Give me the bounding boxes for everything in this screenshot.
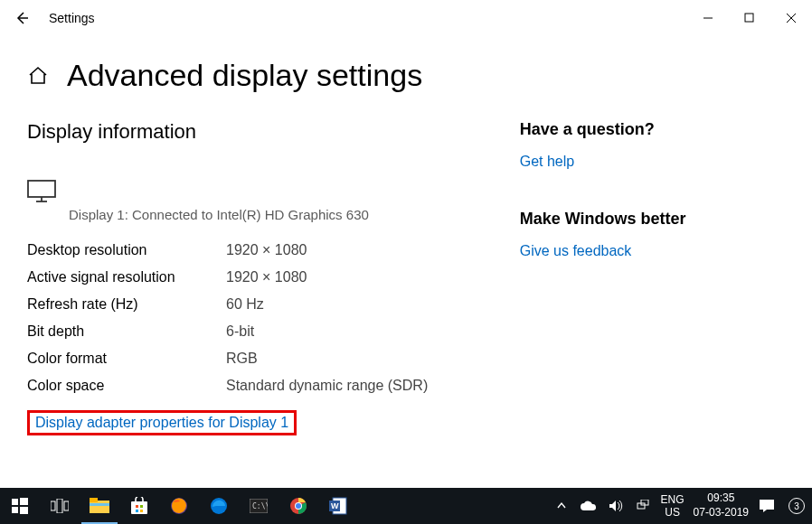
start-button[interactable] [0,488,40,524]
lang-bot: US [661,506,685,519]
page-title: Advanced display settings [67,58,422,93]
svg-rect-13 [57,499,62,513]
display-subtitle: Display 1: Connected to Intel(R) HD Grap… [27,207,515,222]
app-title: Settings [43,11,95,25]
file-explorer-icon[interactable] [80,488,119,524]
info-val: 60 Hz [226,296,264,313]
info-row: Color format RGB [27,351,515,367]
svg-rect-9 [20,498,28,505]
info-row: Color space Standard dynamic range (SDR) [27,378,515,394]
svg-text:C:\\: C:\\ [252,502,268,510]
close-button[interactable] [770,0,812,36]
main-content: Display information Display 1: Connected… [27,120,515,435]
info-key: Active signal resolution [27,269,226,285]
svg-rect-20 [140,505,143,508]
info-key: Desktop resolution [27,242,226,258]
svg-rect-22 [140,510,143,512]
action-center-icon[interactable] [758,497,776,515]
info-key: Bit depth [27,323,226,340]
info-key: Color format [27,351,226,367]
page-header: Advanced display settings [0,36,812,102]
svg-rect-19 [136,505,138,508]
network-icon[interactable] [634,497,652,515]
feedback-link[interactable]: Give us feedback [520,243,632,259]
svg-rect-16 [90,498,98,502]
svg-point-29 [296,503,301,509]
info-key: Color space [27,378,226,394]
svg-rect-11 [20,507,28,514]
info-row: Bit depth 6-bit [27,323,515,340]
chrome-icon[interactable] [279,488,318,524]
onedrive-icon[interactable] [580,497,598,515]
svg-rect-35 [760,500,774,510]
svg-rect-21 [136,510,138,512]
info-row: Refresh rate (Hz) 60 Hz [27,296,515,313]
minimize-button[interactable] [687,0,729,36]
title-bar: Settings [0,0,812,36]
svg-rect-14 [64,501,69,510]
clock-date: 07-03-2019 [694,506,749,520]
firefox-icon[interactable] [159,488,199,524]
svg-text:W: W [331,501,339,510]
notification-badge[interactable]: 3 [788,498,805,514]
svg-rect-17 [90,503,109,506]
info-val: Standard dynamic range (SDR) [226,378,428,394]
volume-icon[interactable] [607,497,625,515]
info-row: Desktop resolution 1920 × 1080 [27,242,515,258]
window-controls [687,0,812,36]
svg-rect-12 [51,501,55,510]
section-heading: Display information [27,120,515,144]
svg-rect-18 [131,501,147,514]
info-key: Refresh rate (Hz) [27,296,226,313]
task-view-button[interactable] [40,488,80,524]
monitor-icon [27,180,515,207]
svg-rect-10 [12,507,18,513]
better-heading: Make Windows better [520,210,785,229]
taskbar: C:\\ W ENG US 09:35 07-03-2019 3 [0,488,812,524]
edge-icon[interactable] [199,488,239,524]
cmd-icon[interactable]: C:\\ [239,488,279,524]
info-row: Active signal resolution 1920 × 1080 [27,269,515,285]
home-icon[interactable] [27,65,49,87]
lang-top: ENG [661,493,685,506]
word-icon[interactable]: W [318,488,358,524]
info-val: RGB [226,351,258,367]
back-button[interactable] [0,0,43,36]
clock-time: 09:35 [694,491,749,506]
tray-overflow-icon[interactable] [552,497,571,515]
get-help-link[interactable]: Get help [520,154,574,170]
adapter-link-highlight: Display adapter properties for Display 1 [27,410,297,435]
svg-rect-8 [12,499,18,505]
svg-rect-5 [28,181,55,197]
svg-rect-15 [90,501,109,513]
store-icon[interactable] [119,488,159,524]
language-indicator[interactable]: ENG US [661,493,685,519]
display-adapter-link[interactable]: Display adapter properties for Display 1 [35,415,288,430]
info-val: 6-bit [226,323,254,340]
clock[interactable]: 09:35 07-03-2019 [694,491,749,519]
info-val: 1920 × 1080 [226,269,307,285]
sidebar: Have a question? Get help Make Windows b… [515,120,785,435]
question-heading: Have a question? [520,120,785,139]
info-val: 1920 × 1080 [226,242,307,258]
svg-rect-2 [745,14,753,22]
maximize-button[interactable] [729,0,770,36]
